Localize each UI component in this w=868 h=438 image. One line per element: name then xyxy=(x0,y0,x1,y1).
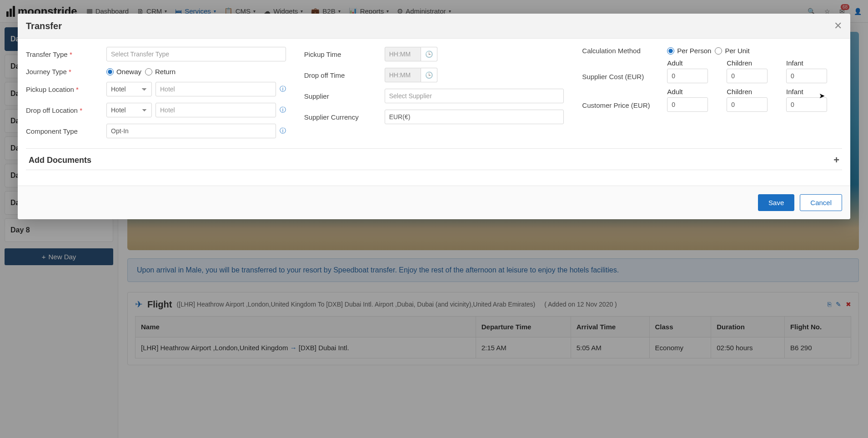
info-icon[interactable]: ⓘ xyxy=(280,85,286,93)
supplier-cost-adult[interactable] xyxy=(667,69,708,83)
head-children: Children xyxy=(727,59,783,67)
head-infant: Infant xyxy=(786,59,842,67)
label-customer-price: Customer Price (EUR) xyxy=(582,90,662,109)
label-supplier-cost: Supplier Cost (EUR) xyxy=(582,61,662,81)
supplier-currency-input[interactable] xyxy=(385,110,564,124)
pickup-hotel-input[interactable] xyxy=(156,82,276,96)
supplier-input[interactable] xyxy=(385,89,564,103)
info-icon[interactable]: ⓘ xyxy=(280,127,286,135)
supplier-cost-infant[interactable] xyxy=(786,69,827,83)
head-adult: Adult xyxy=(667,59,723,67)
radio-per-unit[interactable]: Per Unit xyxy=(715,47,749,55)
dropoff-type-select[interactable]: Hotel xyxy=(106,103,152,117)
radio-oneway[interactable]: Oneway xyxy=(106,68,141,76)
label-pickup-location: Pickup Location * xyxy=(26,86,101,93)
cancel-button[interactable]: Cancel xyxy=(800,194,842,211)
head-adult: Adult xyxy=(667,88,723,96)
label-calc-method: Calculation Method xyxy=(582,47,662,55)
customer-price-children[interactable] xyxy=(727,97,768,112)
transfer-modal: Transfer ✕ Transfer Type * Journey Type … xyxy=(18,14,850,219)
label-component-type: Component Type xyxy=(26,127,101,135)
supplier-cost-children[interactable] xyxy=(727,69,768,83)
customer-price-infant[interactable] xyxy=(786,97,827,112)
head-infant: Infant xyxy=(786,88,842,96)
customer-price-adult[interactable] xyxy=(667,97,708,112)
label-supplier-currency: Supplier Currency xyxy=(304,113,379,121)
save-button[interactable]: Save xyxy=(758,194,794,211)
label-dropoff-location: Drop off Location * xyxy=(26,106,101,114)
clock-icon[interactable]: 🕒 xyxy=(421,47,437,61)
component-type-input[interactable] xyxy=(106,124,276,138)
info-icon[interactable]: ⓘ xyxy=(280,106,286,114)
close-icon[interactable]: ✕ xyxy=(834,20,842,32)
pickup-type-select[interactable]: Hotel xyxy=(106,82,152,96)
modal-title: Transfer xyxy=(26,21,62,31)
label-dropoff-time: Drop off Time xyxy=(304,71,379,79)
pickup-time-input[interactable] xyxy=(385,47,421,61)
clock-icon[interactable]: 🕒 xyxy=(421,68,437,82)
label-pickup-time: Pickup Time xyxy=(304,50,379,58)
label-supplier: Supplier xyxy=(304,92,379,100)
add-documents-section: Add Documents + xyxy=(26,148,842,170)
add-documents-title: Add Documents xyxy=(29,156,91,165)
label-transfer-type: Transfer Type * xyxy=(26,50,101,58)
label-journey-type: Journey Type * xyxy=(26,68,101,76)
dropoff-time-input[interactable] xyxy=(385,68,421,82)
transfer-type-select[interactable] xyxy=(106,47,286,61)
radio-per-person[interactable]: Per Person xyxy=(667,47,711,55)
head-children: Children xyxy=(727,88,783,96)
dropoff-hotel-input[interactable] xyxy=(156,103,276,117)
add-document-button[interactable]: + xyxy=(833,154,839,166)
radio-return[interactable]: Return xyxy=(145,68,176,76)
